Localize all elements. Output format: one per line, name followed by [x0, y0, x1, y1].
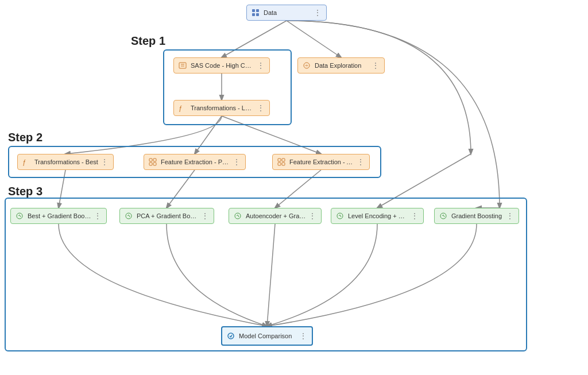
gradient-boosting-label: Gradient Boosting	[451, 212, 504, 219]
svg-rect-2	[252, 13, 255, 16]
data-node[interactable]: Data ⋮	[246, 5, 327, 21]
data-exploration-label: Data Exploration	[315, 62, 369, 69]
exploration-icon	[303, 61, 312, 69]
pca-gradient-menu[interactable]: ⋮	[201, 211, 209, 221]
sas-node-menu[interactable]: ⋮	[257, 61, 265, 70]
svg-rect-4	[179, 63, 186, 68]
pipeline-canvas: Step 1 Step 2 Step 3 Data ⋮ SAS Code - H…	[0, 0, 588, 375]
best-gradient-label: Best + Gradient Boost...	[28, 212, 91, 219]
gradient-boosting-node[interactable]: Gradient Boosting ⋮	[434, 208, 519, 224]
model-comparison-menu[interactable]: ⋮	[299, 331, 307, 341]
step1-label: Step 1	[131, 34, 165, 48]
pca-gradient-label: PCA + Gradient Boost...	[137, 212, 199, 219]
exploration-node-menu[interactable]: ⋮	[372, 61, 380, 70]
transformations-best-node[interactable]: ƒ Transformations - Best ⋮	[17, 154, 114, 170]
svg-rect-17	[282, 163, 285, 165]
transform-lev-icon: ƒ	[179, 104, 188, 112]
gradient-boosting-menu[interactable]: ⋮	[506, 211, 514, 221]
pca-gradient-icon	[125, 212, 134, 220]
data-exploration-node[interactable]: Data Exploration ⋮	[297, 57, 385, 74]
model-comparison-label: Model Comparison	[239, 333, 297, 339]
sas-icon	[179, 61, 188, 69]
svg-text:ƒ: ƒ	[22, 158, 26, 166]
data-node-label: Data	[264, 9, 311, 16]
best-gradient-icon	[16, 212, 25, 220]
level-gradient-icon	[336, 212, 345, 220]
model-comparison-node[interactable]: Model Comparison ⋮	[221, 326, 313, 346]
auto-gradient-node[interactable]: Autoencoder + Gradi... ⋮	[229, 208, 322, 224]
transform-lev-menu[interactable]: ⋮	[257, 103, 265, 113]
feature-auto-label: Feature Extraction - A...	[289, 158, 354, 165]
svg-rect-11	[153, 158, 156, 161]
transformations-best-label: Transformations - Best	[34, 158, 98, 165]
svg-rect-1	[256, 9, 259, 12]
level-gradient-menu[interactable]: ⋮	[411, 211, 419, 221]
feature-auto-node[interactable]: Feature Extraction - A... ⋮	[272, 154, 370, 170]
best-gradient-node[interactable]: Best + Gradient Boost... ⋮	[10, 208, 107, 224]
svg-rect-10	[149, 158, 152, 161]
feature-pca-node[interactable]: Feature Extraction - PCA ⋮	[144, 154, 246, 170]
svg-rect-3	[256, 13, 259, 16]
gradient-boosting-icon	[439, 212, 448, 220]
best-gradient-menu[interactable]: ⋮	[94, 211, 102, 221]
sas-code-node[interactable]: SAS Code - High Card... ⋮	[173, 57, 270, 74]
transform-best-icon: ƒ	[22, 158, 32, 166]
feature-auto-icon	[277, 158, 287, 166]
svg-point-18	[228, 333, 234, 339]
auto-gradient-label: Autoencoder + Gradi...	[246, 212, 306, 219]
feature-pca-menu[interactable]: ⋮	[233, 157, 241, 167]
svg-rect-15	[282, 158, 285, 161]
svg-rect-16	[278, 163, 281, 165]
step2-label: Step 2	[8, 131, 42, 144]
data-node-menu[interactable]: ⋮	[314, 8, 322, 17]
transformations-lev-label: Transformations - Lev...	[191, 105, 254, 111]
svg-rect-14	[278, 158, 281, 161]
svg-rect-13	[153, 163, 156, 165]
feature-pca-icon	[149, 158, 158, 166]
transformations-lev-node[interactable]: ƒ Transformations - Lev... ⋮	[173, 100, 270, 116]
svg-text:ƒ: ƒ	[179, 105, 183, 112]
svg-rect-12	[149, 163, 152, 165]
feature-auto-menu[interactable]: ⋮	[357, 157, 365, 167]
level-gradient-node[interactable]: Level Encoding + Gra... ⋮	[331, 208, 424, 224]
level-gradient-label: Level Encoding + Gra...	[348, 212, 408, 219]
pca-gradient-node[interactable]: PCA + Gradient Boost... ⋮	[119, 208, 214, 224]
data-icon	[252, 9, 261, 17]
feature-pca-label: Feature Extraction - PCA	[161, 158, 230, 165]
auto-gradient-icon	[234, 212, 243, 220]
auto-gradient-menu[interactable]: ⋮	[308, 211, 316, 221]
sas-code-label: SAS Code - High Card...	[191, 62, 254, 69]
transform-best-menu[interactable]: ⋮	[100, 157, 109, 167]
svg-rect-0	[252, 9, 255, 12]
step3-label: Step 3	[8, 185, 42, 198]
model-comparison-icon	[227, 332, 236, 340]
